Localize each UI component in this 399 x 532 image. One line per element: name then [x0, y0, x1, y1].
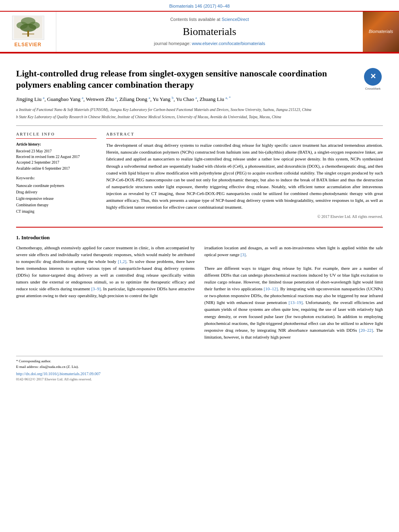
doi-line[interactable]: http://dx.doi.org/10.1016/j.biomaterials… [16, 371, 383, 377]
corresponding-note: * Corresponding author. [16, 359, 383, 364]
contents-line: Contents lists available at ScienceDirec… [170, 16, 249, 23]
journal-name: Biomaterials [183, 25, 237, 39]
crossmark-widget[interactable]: ✕ CrossMark [363, 68, 383, 91]
copyright-line: © 2017 Elsevier Ltd. All rights reserved… [106, 214, 383, 220]
history-label: Article history: [16, 142, 97, 147]
body-columns: Chemotherapy, although extensively appli… [16, 244, 383, 344]
journal-ref-text: Biomaterials 146 (2017) 40–48 [169, 4, 230, 8]
ref-13-19: [13–19] [288, 300, 302, 305]
keyword-5: CT imaging [16, 208, 97, 215]
biomaterials-cover: Biomaterials [363, 12, 399, 51]
article-title-row: Light-controlled drug release from singl… [16, 68, 383, 91]
abstract-column: ABSTRACT The development of smart drug d… [106, 131, 383, 219]
intro-col2-text: irradiation location and dosages, as wel… [204, 244, 383, 341]
section-num: 1. [16, 234, 20, 240]
footer-area: * Corresponding author. E-mail address: … [16, 356, 383, 382]
abstract-text: The development of smart drug delivery s… [106, 142, 383, 210]
homepage-link[interactable]: www.elsevier.com/locate/biomaterials [192, 41, 265, 46]
journal-ref: Biomaterials 146 (2017) 40–48 [0, 0, 399, 11]
received-date: Received 23 May 2017 [16, 149, 97, 154]
keyword-1: Nanoscale coordinate polymers [16, 183, 97, 189]
info-abstract-columns: ARTICLE INFO Article history: Received 2… [16, 131, 383, 219]
article-info-header: ARTICLE INFO [16, 131, 97, 139]
elsevier-wordmark: ELSEVIER [14, 41, 41, 48]
main-content: Light-controlled drug release from singl… [0, 53, 399, 390]
issn-line: 0142-9612/© 2017 Elsevier Ltd. All right… [16, 377, 383, 382]
homepage-text: journal homepage: [154, 41, 191, 46]
article-info-column: ARTICLE INFO Article history: Received 2… [16, 131, 97, 219]
keyword-4: Combination therapy [16, 202, 97, 208]
divider-after-affiliations [16, 125, 383, 126]
red-divider-body [16, 227, 383, 228]
article-title: Light-controlled drug release from singl… [16, 68, 356, 91]
body-col-1: Chemotherapy, although extensively appli… [16, 244, 195, 344]
keywords-list: Nanoscale coordinate polymers Drug deliv… [16, 183, 97, 215]
available-date: Available online 6 September 2017 [16, 166, 97, 171]
article-history: Article history: Received 23 May 2017 Re… [16, 142, 97, 171]
contents-text: Contents lists available at [170, 17, 220, 22]
ref-10-12: [10–12] [264, 286, 278, 291]
abstract-body: The development of smart drug delivery s… [106, 143, 383, 209]
crossmark-label: CrossMark [365, 86, 381, 91]
journal-cover-image: Biomaterials [363, 12, 399, 51]
intro-col1-text: Chemotherapy, although extensively appli… [16, 244, 195, 299]
abstract-header: ABSTRACT [106, 131, 383, 139]
authors-line: Jingjing Liu a, Guangbao Yang a, Wenwen … [16, 95, 383, 104]
homepage-line: journal homepage: www.elsevier.com/locat… [154, 41, 265, 47]
elsevier-logo: ELSEVIER [12, 16, 44, 48]
sciencedirect-link[interactable]: ScienceDirect [222, 17, 249, 22]
body-col-2: irradiation location and dosages, as wel… [204, 244, 383, 344]
ref-1-2: [1,2] [118, 259, 126, 264]
affiliation-a: a Institute of Functional Nano & Soft Ma… [16, 107, 383, 113]
received-revised-date: Received in revised form 22 August 2017 [16, 154, 97, 160]
journal-header: ELSEVIER Contents lists available at Sci… [0, 11, 399, 52]
ref-3: [3] [241, 252, 246, 257]
email-note: E-mail address: zliu@suda.edu.cn (Z. Liu… [16, 364, 383, 370]
elsevier-logo-area: ELSEVIER [0, 12, 56, 51]
keyword-3: Light-responsive release [16, 195, 97, 202]
keyword-2: Drug delivery [16, 189, 97, 195]
svg-rect-6 [22, 33, 34, 35]
section-label: Introduction [21, 234, 50, 240]
ref-3-9: [3–9] [91, 286, 101, 291]
crossmark-icon: ✕ [364, 68, 382, 86]
ref-20-22: [20–22] [359, 328, 373, 333]
affiliation-b: b State Key Laboratory of Quality Resear… [16, 114, 383, 120]
page: Biomaterials 146 (2017) 40–48 [0, 0, 399, 532]
keywords-label: Keywords: [16, 175, 97, 181]
elsevier-tree-image [12, 16, 44, 40]
accepted-date: Accepted 2 September 2017 [16, 160, 97, 165]
journal-title-area: Contents lists available at ScienceDirec… [56, 12, 363, 51]
section-title-intro: 1. Introduction [16, 234, 383, 241]
